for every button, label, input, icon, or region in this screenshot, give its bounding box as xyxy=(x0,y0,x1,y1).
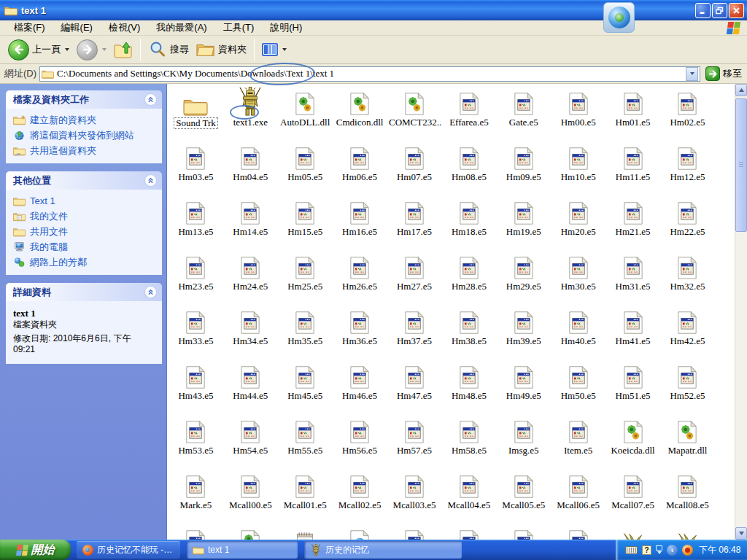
sidebar-link[interactable]: Text 1 xyxy=(13,195,158,206)
file-item[interactable]: COMCT232... xyxy=(387,85,442,140)
file-item[interactable]: Hm20.e5 xyxy=(551,195,605,249)
screen-recorder-orb-widget[interactable] xyxy=(603,2,635,33)
file-item[interactable]: Hm00.e5 xyxy=(551,85,605,140)
panel-header[interactable]: 檔案及資料夾工作 xyxy=(6,90,162,109)
file-item[interactable]: Mcall01.e5 xyxy=(278,468,333,523)
file-item[interactable] xyxy=(223,523,278,540)
file-item[interactable]: Hm47.e5 xyxy=(387,359,442,413)
file-item[interactable]: Hm44.e5 xyxy=(223,359,278,413)
file-item[interactable]: Hm01.e5 xyxy=(605,85,660,140)
views-dropdown-caret[interactable] xyxy=(282,48,287,51)
file-item[interactable]: Hm33.e5 xyxy=(169,304,223,359)
file-item[interactable]: Hm58.e5 xyxy=(441,413,496,468)
file-item[interactable]: Hm12.e5 xyxy=(660,140,715,195)
file-item[interactable]: Hm21.e5 xyxy=(605,195,660,249)
file-item[interactable]: Hm35.e5 xyxy=(278,304,333,359)
file-item[interactable]: Hm25.e5 xyxy=(278,249,333,304)
vertical-scrollbar[interactable] xyxy=(735,84,747,540)
file-item[interactable]: Hm51.e5 xyxy=(605,359,660,413)
file-item[interactable]: Hm48.e5 xyxy=(441,359,496,413)
file-item[interactable]: Hm40.e5 xyxy=(551,304,605,359)
menu-item[interactable]: 編輯(E) xyxy=(53,20,101,36)
file-item[interactable]: Hm34.e5 xyxy=(223,304,278,359)
file-item[interactable]: Hm50.e5 xyxy=(551,359,605,413)
taskbar-task-button[interactable]: 历史的记忆 xyxy=(304,541,462,559)
minimize-button[interactable] xyxy=(695,3,711,18)
menu-item[interactable]: 工具(T) xyxy=(215,20,263,36)
back-button[interactable]: 上一頁 xyxy=(4,37,73,63)
file-item[interactable]: Hm36.e5 xyxy=(333,304,387,359)
file-item[interactable]: Mcall08.e5 xyxy=(660,468,715,523)
file-item[interactable]: Hm10.e5 xyxy=(551,140,605,195)
file-item[interactable]: Hm06.e5 xyxy=(333,140,387,195)
file-item[interactable]: Hm27.e5 xyxy=(387,249,442,304)
file-item[interactable]: Hm45.e5 xyxy=(278,359,333,413)
collapse-chevron-icon[interactable] xyxy=(144,286,157,298)
file-item[interactable]: Imsg.e5 xyxy=(496,413,551,468)
file-item[interactable]: Mcall03.e5 xyxy=(387,468,442,523)
file-item[interactable]: Hm56.e5 xyxy=(333,413,387,468)
file-item[interactable]: Hm15.e5 xyxy=(278,195,333,249)
language-bar-icon[interactable] xyxy=(656,545,662,554)
tray-collapse-icon[interactable]: ‹ xyxy=(667,545,678,556)
file-item[interactable]: Hm26.e5 xyxy=(333,249,387,304)
file-item[interactable] xyxy=(496,523,551,540)
file-item[interactable]: Koeicda.dll xyxy=(605,413,660,468)
taskbar-task-button[interactable]: text 1 xyxy=(187,541,298,559)
folders-button[interactable]: 資料夾 xyxy=(193,39,250,61)
file-item[interactable]: Hm19.e5 xyxy=(496,195,551,249)
sidebar-link[interactable]: 我的電腦 xyxy=(13,241,158,252)
file-item[interactable]: Item.e5 xyxy=(551,413,605,468)
file-item[interactable]: AutoDLL.dll xyxy=(278,85,333,140)
file-item[interactable] xyxy=(441,523,496,540)
media-player-tray-icon[interactable] xyxy=(682,545,693,556)
scroll-up-button[interactable] xyxy=(735,84,747,96)
menu-item[interactable]: 我的最愛(A) xyxy=(148,20,214,36)
file-item[interactable]: Hm32.e5 xyxy=(660,249,715,304)
scrollbar-track[interactable] xyxy=(735,232,747,527)
restore-button[interactable] xyxy=(712,3,727,18)
file-item[interactable]: Mcall02.e5 xyxy=(333,468,387,523)
file-item[interactable]: Hm02.e5 xyxy=(660,85,715,140)
file-item[interactable]: Hm31.e5 xyxy=(605,249,660,304)
file-item[interactable]: Hm17.e5 xyxy=(387,195,442,249)
file-item[interactable]: Mcall07.e5 xyxy=(605,468,660,523)
close-button[interactable] xyxy=(729,3,744,18)
ime-help-icon[interactable]: ? xyxy=(642,545,651,555)
file-item[interactable]: Mcall00.e5 xyxy=(223,468,278,523)
file-item[interactable]: Hm11.e5 xyxy=(605,140,660,195)
scrollbar-thumb[interactable] xyxy=(735,98,747,232)
file-item[interactable]: Mcall05.e5 xyxy=(496,468,551,523)
start-button[interactable]: 開始 xyxy=(0,540,71,560)
file-item[interactable]: Hm38.e5 xyxy=(441,304,496,359)
file-item[interactable]: Hm57.e5 xyxy=(387,413,442,468)
forward-dropdown-caret[interactable] xyxy=(102,48,107,51)
file-item[interactable]: Hm16.e5 xyxy=(333,195,387,249)
file-item[interactable]: Hm30.e5 xyxy=(551,249,605,304)
file-item[interactable]: Hm53.e5 xyxy=(169,413,223,468)
sidebar-link[interactable]: 我的文件 xyxy=(13,211,158,222)
file-item[interactable]: Hm41.e5 xyxy=(605,304,660,359)
file-item[interactable] xyxy=(660,523,715,540)
file-item[interactable]: Hm54.e5 xyxy=(223,413,278,468)
file-item[interactable] xyxy=(551,523,605,540)
file-item[interactable]: Hm55.e5 xyxy=(278,413,333,468)
panel-header[interactable]: 其他位置 xyxy=(6,171,162,190)
sidebar-link[interactable]: 共用這個資料夾 xyxy=(13,145,158,156)
collapse-chevron-icon[interactable] xyxy=(144,174,157,187)
file-item[interactable]: Hm23.e5 xyxy=(169,249,223,304)
file-item[interactable]: Hm49.e5 xyxy=(496,359,551,413)
file-item[interactable]: Hm24.e5 xyxy=(223,249,278,304)
file-item[interactable] xyxy=(333,523,387,540)
sidebar-link[interactable]: 將這個資料夾發佈到網站 xyxy=(13,130,158,141)
file-item[interactable]: Hm03.e5 xyxy=(169,140,223,195)
file-item[interactable] xyxy=(169,523,223,540)
views-button[interactable] xyxy=(258,41,290,58)
file-item[interactable]: Hm05.e5 xyxy=(278,140,333,195)
menu-item[interactable]: 檔案(F) xyxy=(6,20,53,36)
menu-item[interactable]: 說明(H) xyxy=(262,20,310,36)
go-button[interactable]: 移至 xyxy=(703,66,744,81)
forward-button[interactable] xyxy=(73,37,110,63)
taskbar-task-button[interactable]: 历史记忆不能玩 - 曹... xyxy=(77,541,180,559)
address-dropdown-button[interactable] xyxy=(686,67,698,81)
